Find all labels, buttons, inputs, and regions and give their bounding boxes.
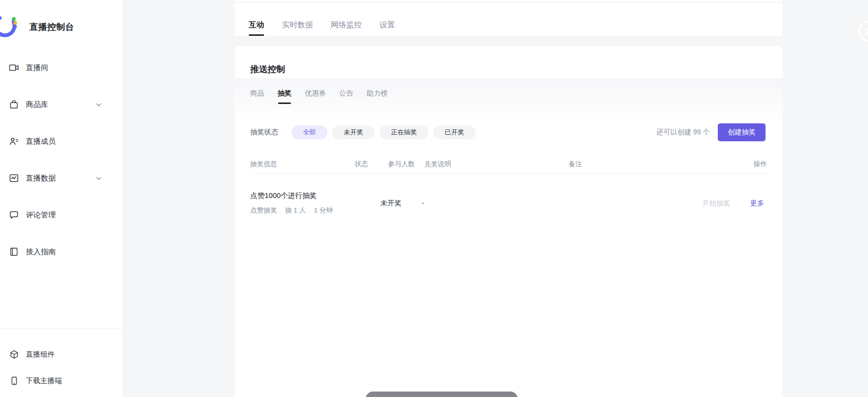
chevron-down-icon[interactable] bbox=[96, 175, 102, 182]
top-tabs: 互动 实时数据 网络监控 设置 bbox=[249, 20, 395, 31]
sidebar-item-live-data[interactable]: 直播数据 bbox=[0, 160, 123, 197]
top-tab-bar: 互动 实时数据 网络监控 设置 bbox=[235, 0, 782, 36]
sidebar-item-label: 评论管理 bbox=[26, 210, 56, 220]
more-action[interactable]: 更多 bbox=[750, 199, 764, 208]
comment-icon bbox=[8, 209, 19, 220]
lottery-subtitle: 点赞抽奖 抽 1 人 1 分钟 bbox=[250, 206, 333, 215]
lottery-table: 抽奖信息 状态 参与人数 兑奖说明 备注 操作 点赞1000个进行抽奖 点赞抽奖… bbox=[250, 157, 767, 222]
tab-network-monitor[interactable]: 网络监控 bbox=[331, 20, 362, 31]
cube-icon bbox=[8, 349, 19, 360]
sidebar-divider bbox=[0, 328, 123, 329]
sidebar-item-product-library[interactable]: 商品库 bbox=[0, 86, 123, 123]
sidebar-item-label: 直播数据 bbox=[26, 174, 56, 183]
app-title: 直播控制台 bbox=[29, 21, 74, 33]
sidebar-item-live-members[interactable]: 直播成员 bbox=[0, 123, 123, 160]
sidebar-nav: 直播间 商品库 直播成员 bbox=[0, 49, 123, 270]
create-lottery-button[interactable]: 创建抽奖 bbox=[718, 123, 766, 141]
sidebar-item-label: 直播组件 bbox=[26, 350, 55, 359]
lottery-title: 点赞1000个进行抽奖 bbox=[250, 191, 317, 200]
subtab-products[interactable]: 商品 bbox=[250, 89, 264, 98]
chart-icon bbox=[8, 173, 19, 184]
ring-logo-icon bbox=[0, 14, 21, 39]
sidebar-item-live-room[interactable]: 直播间 bbox=[0, 49, 123, 86]
filter-label: 抽奖状态 bbox=[250, 128, 278, 137]
sidebar: 直播控制台 直播间 商品库 bbox=[0, 0, 123, 397]
bag-icon bbox=[8, 99, 19, 110]
column-header-actions: 操作 bbox=[754, 160, 767, 169]
column-header-remark: 备注 bbox=[569, 160, 582, 169]
app-logo-row: 直播控制台 bbox=[0, 14, 74, 39]
sidebar-item-label: 商品库 bbox=[26, 100, 48, 109]
subtab-coupons[interactable]: 优惠券 bbox=[305, 89, 326, 98]
participants-value: - bbox=[422, 199, 424, 207]
subtab-boost-ranking[interactable]: 助力榜 bbox=[367, 89, 387, 98]
filter-pill-not-drawn[interactable]: 未开奖 bbox=[332, 125, 375, 139]
panel-title: 推送控制 bbox=[250, 63, 285, 75]
push-subtabs: 商品 抽奖 优惠券 公告 助力榜 bbox=[250, 89, 387, 98]
lottery-filter-row: 抽奖状态 全部 未开奖 正在抽奖 已开奖 还可以创建 99 个 创建抽奖 bbox=[250, 123, 766, 141]
column-header-participants: 参与人数 bbox=[388, 160, 415, 169]
sidebar-item-access-guide[interactable]: 接入指南 bbox=[0, 233, 123, 270]
quota-remaining-text: 还可以创建 99 个 bbox=[657, 128, 710, 137]
push-control-card: 推送控制 商品 抽奖 优惠券 公告 助力榜 抽奖状态 全部 未开奖 正在抽奖 已… bbox=[235, 46, 782, 397]
filter-pill-drawing[interactable]: 正在抽奖 bbox=[380, 125, 428, 139]
sidebar-item-label: 下载主播端 bbox=[26, 376, 62, 386]
tab-settings[interactable]: 设置 bbox=[380, 20, 395, 31]
row-actions: 开始抽奖 更多 bbox=[702, 199, 764, 208]
lottery-duration: 1 分钟 bbox=[314, 206, 333, 215]
sidebar-item-label: 直播成员 bbox=[26, 137, 56, 146]
subtab-announcement[interactable]: 公告 bbox=[339, 89, 353, 98]
filter-pill-drawn[interactable]: 已开奖 bbox=[433, 125, 476, 139]
subtab-lottery[interactable]: 抽奖 bbox=[278, 89, 291, 98]
status-filter-pills: 全部 未开奖 正在抽奖 已开奖 bbox=[291, 125, 476, 139]
sidebar-footer: 直播组件 下载主播端 bbox=[0, 341, 123, 394]
subtab-fade-band bbox=[235, 78, 782, 123]
circle-close-icon[interactable] bbox=[857, 19, 868, 44]
tab-realtime-data[interactable]: 实时数据 bbox=[282, 20, 313, 31]
status-value: 未开奖 bbox=[381, 199, 401, 208]
chevron-down-icon[interactable] bbox=[96, 101, 102, 108]
filter-pill-all[interactable]: 全部 bbox=[291, 125, 327, 139]
sidebar-item-label: 直播间 bbox=[26, 63, 48, 73]
column-header-lottery-info: 抽奖信息 bbox=[250, 160, 277, 169]
sidebar-item-comment-management[interactable]: 评论管理 bbox=[0, 197, 123, 233]
sidebar-item-label: 接入指南 bbox=[26, 247, 56, 257]
guide-icon bbox=[8, 246, 19, 257]
table-row: 点赞1000个进行抽奖 点赞抽奖 抽 1 人 1 分钟 未开奖 - 开始抽奖 更… bbox=[250, 174, 767, 222]
topbar-hairline bbox=[235, 2, 782, 2]
sidebar-item-download-anchor-client[interactable]: 下载主播端 bbox=[0, 368, 123, 394]
phone-icon bbox=[8, 376, 19, 387]
column-header-status: 状态 bbox=[355, 160, 368, 169]
table-header-row: 抽奖信息 状态 参与人数 兑奖说明 备注 操作 bbox=[250, 157, 767, 174]
members-icon bbox=[8, 136, 19, 147]
bottom-toast-bar[interactable] bbox=[366, 392, 518, 397]
lottery-draw-count: 抽 1 人 bbox=[285, 206, 306, 215]
camera-icon bbox=[8, 62, 19, 73]
lottery-type: 点赞抽奖 bbox=[250, 206, 277, 215]
start-lottery-action[interactable]: 开始抽奖 bbox=[702, 199, 730, 208]
tab-interaction[interactable]: 互动 bbox=[249, 20, 264, 31]
sidebar-item-live-components[interactable]: 直播组件 bbox=[0, 341, 123, 368]
column-header-redeem-note: 兑奖说明 bbox=[424, 160, 451, 169]
